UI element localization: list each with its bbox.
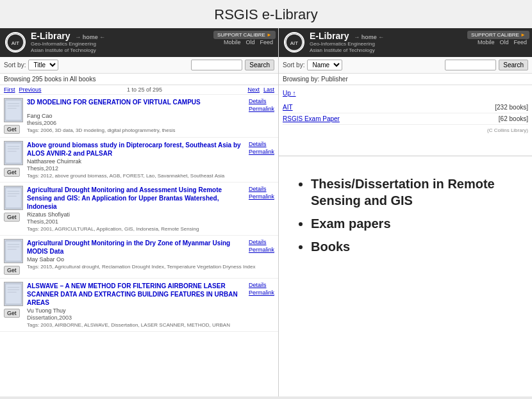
book-info-4: ALSWAVE – A NEW METHOD FOR FILTERING AIR…	[27, 282, 274, 328]
publisher-list: Up ↑ AIT [232 books] RSGIS Exam Paper [6…	[279, 85, 532, 137]
nav-mobile-right[interactable]: Mobile	[478, 39, 495, 45]
book-tags-1: Tags: 2012, above ground biomass, AGB, F…	[27, 173, 274, 179]
nav-old-left[interactable]: Old	[245, 39, 254, 45]
info-bullet-1: Exam papers	[311, 215, 519, 232]
book-title-2[interactable]: Agricultural Drought Monitoring and Asse…	[27, 186, 246, 211]
up-button[interactable]: Up ↑	[283, 90, 296, 97]
get-button-2[interactable]: Get	[4, 213, 20, 222]
book-links-4: Details Permalink	[249, 282, 274, 307]
publisher-row: RSGIS Exam Paper [62 books]	[283, 113, 528, 125]
book-tags-2: Tags: 2001, AGRICULTURAL, Application, G…	[27, 226, 274, 232]
right-header-nav: Mobile Old Feed	[478, 39, 527, 45]
nav-feed-left[interactable]: Feed	[260, 39, 273, 45]
svg-rect-18	[6, 241, 21, 261]
right-sort-label: Sort by:	[283, 61, 304, 69]
publisher-name-1[interactable]: RSGIS Exam Paper	[283, 115, 499, 122]
left-elibrary-label: E-Library → home ←	[31, 31, 219, 41]
book-permalink-3[interactable]: Permalink	[249, 247, 274, 253]
right-support-calibre-btn[interactable]: SUPPORT CALIBRE ►	[467, 31, 529, 39]
info-bullet-0: Thesis/Dissertation in Remote Sensing an…	[311, 175, 519, 209]
book-thumbnail-1	[4, 141, 23, 165]
publisher-row: AIT [232 books]	[283, 102, 528, 113]
book-author-3: May Sabar Oo	[27, 256, 274, 263]
nav-feed-right[interactable]: Feed	[513, 39, 527, 45]
publisher-credit: (C Collins Library)	[283, 127, 528, 133]
get-button-4[interactable]: Get	[4, 309, 20, 318]
book-thesis-2: Thesis,2001	[27, 218, 274, 225]
left-panel: AIT E-Library → home ← Geo-Informatics E…	[0, 28, 279, 396]
book-permalink-2[interactable]: Permalink	[249, 193, 274, 200]
right-subtitle: Geo-Informatics Engineering Asian Instit…	[310, 41, 472, 54]
pagination-first[interactable]: First	[4, 86, 15, 93]
book-links-0: Details Permalink	[249, 98, 274, 112]
right-panel: AIT E-Library → home ← Geo-Informatics E…	[279, 28, 532, 396]
book-details-0[interactable]: Details	[249, 98, 274, 104]
left-book-list: Get 3D MODELING FOR GENERATION OF VIRTUA…	[0, 95, 278, 393]
nav-mobile-left[interactable]: Mobile	[224, 39, 241, 45]
right-sort-select[interactable]: Name	[307, 60, 342, 70]
right-search-button[interactable]: Search	[499, 60, 528, 70]
book-permalink-1[interactable]: Permalink	[249, 149, 274, 155]
right-elibrary-label: E-Library → home ←	[310, 31, 472, 41]
get-button-3[interactable]: Get	[4, 266, 20, 275]
book-title-0[interactable]: 3D MODELING FOR GENERATION OF VIRTUAL CA…	[27, 98, 246, 112]
left-sort-label: Sort by:	[4, 61, 26, 69]
publisher-name-0[interactable]: AIT	[283, 104, 495, 111]
left-search-button[interactable]: Search	[245, 60, 274, 70]
svg-text:AIT: AIT	[12, 40, 20, 46]
book-info-1: Above ground biomass study in Dipterocar…	[27, 141, 274, 179]
book-left-0: Get	[4, 98, 23, 134]
book-details-2[interactable]: Details	[249, 186, 274, 192]
book-details-3[interactable]: Details	[249, 239, 274, 245]
right-browse-heading: Browsing by: Publisher	[279, 74, 532, 85]
book-title-3[interactable]: Agricultural Drought Monitoring in the D…	[27, 239, 246, 256]
book-thumbnail-0	[4, 98, 23, 122]
book-author-0: Fang Cao	[27, 113, 274, 119]
book-title-4[interactable]: ALSWAVE – A NEW METHOD FOR FILTERING AIR…	[27, 282, 246, 307]
publisher-count-0: [232 books]	[495, 104, 528, 111]
book-item: Get Agricultural Drought Monitoring in t…	[0, 236, 278, 279]
book-thumbnail-2	[4, 186, 23, 210]
left-search-input[interactable]	[191, 60, 242, 70]
pagination-next[interactable]: Next	[247, 86, 260, 93]
book-thumbnail-3	[4, 239, 23, 263]
svg-rect-8	[6, 143, 21, 163]
left-subtitle: Geo-Informatics Engineering Asian Instit…	[31, 41, 219, 54]
left-support-calibre-btn[interactable]: SUPPORT CALIBRE ►	[213, 31, 276, 39]
nav-old-right[interactable]: Old	[499, 39, 508, 45]
publisher-table: AIT [232 books] RSGIS Exam Paper [62 boo…	[283, 102, 528, 125]
book-details-4[interactable]: Details	[249, 282, 274, 288]
pagination-info: 1 to 25 of 295	[127, 86, 162, 93]
book-permalink-4[interactable]: Permalink	[249, 289, 274, 296]
book-title-1[interactable]: Above ground biomass study in Dipterocar…	[27, 141, 246, 158]
left-header-nav: Mobile Old Feed	[224, 39, 273, 45]
right-panel-bottom: Thesis/Dissertation in Remote Sensing an…	[279, 156, 532, 396]
left-sort-select[interactable]: Title	[28, 60, 58, 70]
book-left-4: Get	[4, 282, 23, 328]
book-title-row-1: Above ground biomass study in Dipterocar…	[27, 141, 274, 158]
svg-rect-3	[6, 100, 21, 120]
right-sort-bar: Sort by: Name Search	[279, 57, 532, 74]
right-header: AIT E-Library → home ← Geo-Informatics E…	[279, 28, 532, 57]
svg-rect-13	[6, 188, 21, 208]
left-header-title-block: E-Library → home ← Geo-Informatics Engin…	[31, 31, 219, 54]
left-logo: AIT	[5, 32, 26, 53]
book-thesis-4: Dissertation,2003	[27, 314, 274, 321]
pagination-previous[interactable]: Previous	[19, 86, 42, 93]
get-button-1[interactable]: Get	[4, 168, 20, 177]
right-header-title-block: E-Library → home ← Geo-Informatics Engin…	[310, 31, 472, 54]
book-item: Get Agricultural Drought Monitoring and …	[0, 183, 278, 236]
get-button-0[interactable]: Get	[4, 125, 20, 134]
book-permalink-0[interactable]: Permalink	[249, 106, 274, 112]
book-details-1[interactable]: Details	[249, 141, 274, 147]
book-thumbnail-4	[4, 282, 23, 306]
book-info-0: 3D MODELING FOR GENERATION OF VIRTUAL CA…	[27, 98, 274, 134]
book-info-2: Agricultural Drought Monitoring and Asse…	[27, 186, 274, 232]
info-bullet-2: Books	[311, 238, 519, 255]
book-links-3: Details Permalink	[249, 239, 274, 256]
book-title-row-4: ALSWAVE – A NEW METHOD FOR FILTERING AIR…	[27, 282, 274, 307]
pagination-last[interactable]: Last	[263, 86, 274, 93]
right-search-input[interactable]	[445, 60, 496, 70]
book-item: Get 3D MODELING FOR GENERATION OF VIRTUA…	[0, 95, 278, 138]
book-left-3: Get	[4, 239, 23, 275]
